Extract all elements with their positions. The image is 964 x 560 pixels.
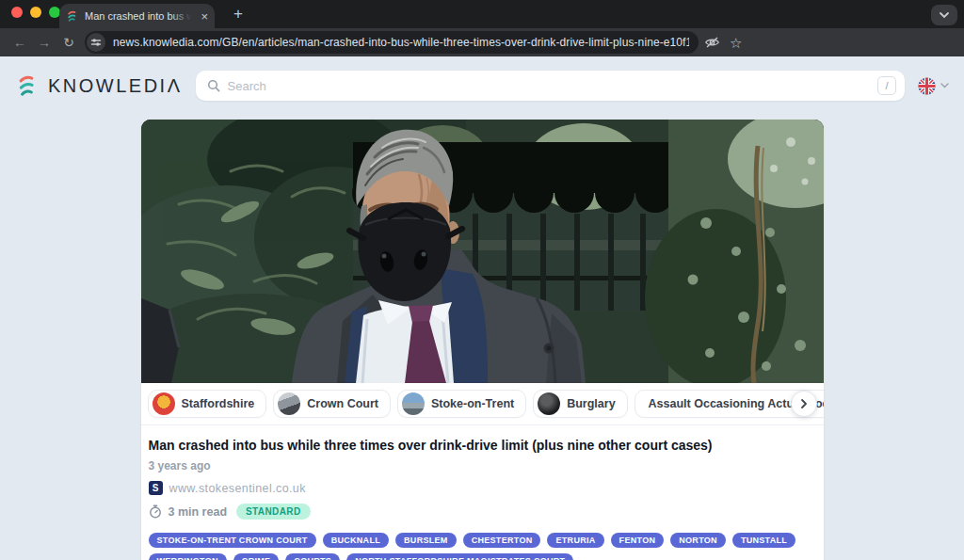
article-meta: Man crashed into bus while three times o… bbox=[141, 425, 824, 560]
reload-button[interactable]: ↻ bbox=[56, 35, 81, 50]
forward-button[interactable]: → bbox=[32, 35, 56, 50]
language-selector[interactable] bbox=[918, 77, 949, 95]
browser-tab[interactable]: Man crashed into bus while th × bbox=[59, 4, 215, 28]
article-card: Staffordshire Crown Court Stoke-on-Trent… bbox=[141, 120, 824, 560]
site-settings-button[interactable] bbox=[87, 33, 105, 52]
entity-chip-image bbox=[402, 392, 425, 415]
entity-chip-image bbox=[153, 392, 175, 415]
entity-chips-row: Staffordshire Crown Court Stoke-on-Trent… bbox=[141, 383, 824, 425]
article-hero-image bbox=[141, 120, 824, 383]
entity-chip-label: Staffordshire bbox=[182, 397, 255, 410]
tab-title: Man crashed into bus while th bbox=[85, 10, 195, 22]
topic-tag[interactable]: ETRURIA bbox=[547, 533, 603, 548]
back-button[interactable]: ← bbox=[8, 35, 32, 50]
entity-chip[interactable]: Staffordshire bbox=[148, 390, 267, 418]
chevron-right-icon bbox=[799, 398, 809, 409]
entity-chip[interactable]: Burglary bbox=[533, 390, 627, 418]
standard-badge: STANDARD bbox=[236, 504, 311, 520]
topic-tags: STOKE-ON-TRENT CROWN COURT BUCKNALL BURS… bbox=[149, 533, 810, 560]
topic-tag[interactable]: STOKE-ON-TRENT CROWN COURT bbox=[149, 533, 316, 548]
entity-chip-label: Crown Court bbox=[307, 397, 378, 410]
tab-close-icon[interactable]: × bbox=[201, 10, 208, 23]
entity-chip-image bbox=[538, 392, 560, 415]
topic-tag[interactable]: NORTH STAFFORDSHIRE MAGISTRATES COURT bbox=[346, 553, 573, 560]
court-photo-illustration bbox=[141, 120, 824, 383]
topic-tag[interactable]: FENTON bbox=[611, 533, 665, 548]
topic-tag[interactable]: WERRINGTON bbox=[149, 553, 227, 560]
knowledia-logo-icon bbox=[15, 73, 40, 98]
topic-tag[interactable]: TUNSTALL bbox=[732, 533, 795, 548]
entity-chip-image bbox=[278, 392, 300, 415]
stopwatch-icon bbox=[149, 504, 162, 519]
entity-chip[interactable]: Crown Court bbox=[273, 390, 391, 418]
entity-chip-label: Burglary bbox=[567, 397, 615, 410]
topic-tag[interactable]: BUCKNALL bbox=[323, 533, 389, 548]
address-bar[interactable]: news.knowledia.com/GB/en/articles/man-cr… bbox=[85, 31, 699, 54]
search-icon bbox=[207, 79, 220, 92]
brand-name: KNOWLEDIΛ bbox=[48, 75, 183, 97]
entity-chip-label: Stoke-on-Trent bbox=[431, 397, 514, 410]
read-time-row: 3 min read STANDARD bbox=[149, 504, 816, 520]
article-title[interactable]: Man crashed into bus while three times o… bbox=[149, 438, 816, 453]
article-time-ago: 3 years ago bbox=[149, 459, 816, 472]
source-favicon: S bbox=[149, 481, 163, 495]
source-domain[interactable]: www.stokesentinel.co.uk bbox=[169, 482, 306, 495]
topic-tag[interactable]: NORTON bbox=[670, 533, 726, 548]
hide-eye-icon[interactable] bbox=[704, 36, 720, 49]
search-input[interactable] bbox=[228, 79, 870, 93]
browser-toolbar: ← → ↻ news.knowledia.com/GB/en/articles/… bbox=[0, 28, 964, 56]
entity-chip[interactable]: Stoke-on-Trent bbox=[397, 390, 526, 418]
uk-flag-icon bbox=[918, 77, 936, 95]
minimize-window-button[interactable] bbox=[30, 7, 41, 18]
search-bar[interactable]: / bbox=[196, 71, 905, 101]
topic-tag[interactable]: BURSLEM bbox=[395, 533, 457, 548]
bookmark-star-icon[interactable]: ☆ bbox=[730, 36, 742, 50]
browser-tab-strip: Man crashed into bus while th × + bbox=[0, 0, 964, 28]
chevron-down-icon bbox=[939, 11, 950, 19]
tune-icon bbox=[90, 37, 102, 48]
knowledia-logo[interactable]: KNOWLEDIΛ bbox=[15, 73, 183, 98]
new-tab-button[interactable]: + bbox=[228, 4, 249, 24]
site-header: KNOWLEDIΛ / bbox=[0, 56, 964, 115]
window-controls bbox=[11, 7, 60, 18]
chips-scroll-right-button[interactable] bbox=[791, 391, 817, 417]
topic-tag[interactable]: COURTS bbox=[285, 553, 340, 560]
url-text: news.knowledia.com/GB/en/articles/man-cr… bbox=[113, 36, 689, 49]
search-shortcut-key: / bbox=[877, 76, 896, 95]
tab-search-button[interactable] bbox=[931, 5, 957, 25]
topic-tag[interactable]: CRIME bbox=[233, 553, 280, 560]
topic-tag[interactable]: CHESTERTON bbox=[463, 533, 541, 548]
close-window-button[interactable] bbox=[11, 7, 23, 18]
read-time-label: 3 min read bbox=[169, 505, 228, 519]
knowledia-favicon-icon bbox=[66, 9, 79, 23]
source-row: S www.stokesentinel.co.uk bbox=[149, 481, 816, 495]
chevron-down-icon bbox=[940, 83, 949, 88]
